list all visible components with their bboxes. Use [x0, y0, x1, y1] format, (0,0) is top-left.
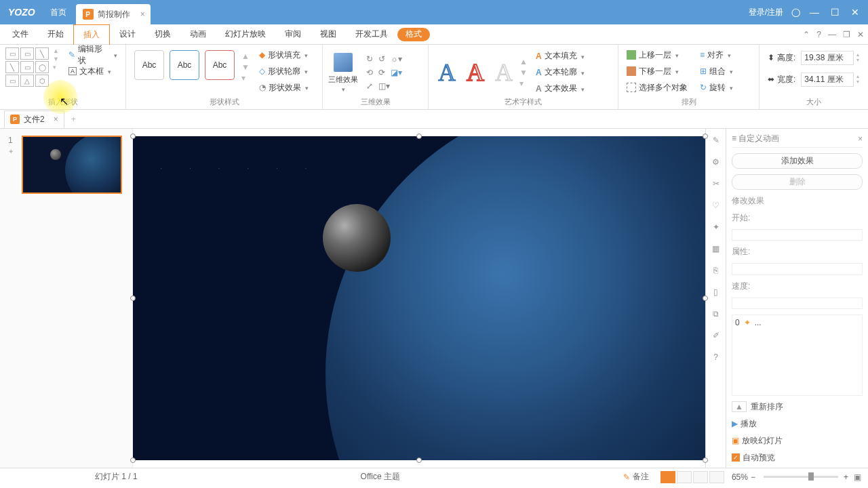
- effect-list[interactable]: 0 ✦ ...: [732, 314, 863, 396]
- menu-transition[interactable]: 切换: [145, 24, 180, 45]
- view-reading-button[interactable]: [693, 471, 708, 483]
- scroll-up-icon[interactable]: ▲: [53, 47, 59, 54]
- help-icon[interactable]: ?: [816, 30, 821, 39]
- height-field[interactable]: ⬍高度:19.38 厘米▴▾: [765, 50, 862, 65]
- new-tab-button[interactable]: +: [71, 115, 76, 124]
- zoom-out-button[interactable]: −: [751, 472, 755, 482]
- shape-effect-button[interactable]: ◔形状效果: [256, 80, 311, 95]
- close-ribbon-icon[interactable]: ✕: [857, 30, 864, 39]
- style-preset-2[interactable]: Abc: [170, 50, 199, 80]
- bring-forward-button[interactable]: 上移一层: [624, 47, 690, 62]
- wordart-preset-2[interactable]: A: [467, 58, 484, 87]
- 3d-rot2-icon[interactable]: ↺: [378, 54, 385, 64]
- width-field[interactable]: ⬌宽度:34.11 厘米▴▾: [765, 72, 862, 87]
- 3d-light-icon[interactable]: ☼▾: [391, 54, 402, 64]
- home-tab[interactable]: 首页: [41, 0, 76, 24]
- remove-effect-button[interactable]: 删除: [732, 174, 863, 190]
- style-more-icon[interactable]: ▾: [241, 73, 250, 83]
- notes-button[interactable]: 备注: [633, 471, 649, 483]
- text-fill-button[interactable]: A文本填充: [533, 49, 587, 64]
- resize-handle[interactable]: [130, 458, 136, 463]
- style-preset-1[interactable]: Abc: [134, 50, 164, 80]
- slide[interactable]: [133, 136, 705, 460]
- resize-handle[interactable]: [416, 134, 422, 139]
- tool-edit-icon[interactable]: ✎: [713, 136, 719, 145]
- menu-animation[interactable]: 动画: [180, 24, 216, 45]
- 3d-color-icon[interactable]: ◪▾: [391, 68, 402, 77]
- group-button[interactable]: ⊞组合: [697, 64, 736, 79]
- resize-handle[interactable]: [703, 296, 708, 301]
- fit-button[interactable]: ▣: [854, 472, 861, 482]
- user-icon[interactable]: ◯: [791, 7, 800, 17]
- resize-handle[interactable]: [416, 458, 422, 463]
- resize-handle[interactable]: [130, 296, 136, 301]
- resize-handle[interactable]: [703, 134, 708, 139]
- speed-select[interactable]: [732, 298, 863, 309]
- start-select[interactable]: [732, 229, 863, 241]
- menu-view[interactable]: 视图: [311, 24, 346, 45]
- document-tab[interactable]: P 简报制作 ×: [76, 4, 151, 24]
- notes-icon[interactable]: ✎: [623, 472, 630, 482]
- add-effect-button[interactable]: 添加效果: [732, 153, 863, 169]
- text-outline-button[interactable]: A文本轮廓: [533, 65, 587, 80]
- threed-icon[interactable]: [334, 53, 353, 72]
- 3d-depth1-icon[interactable]: ⟲: [366, 68, 373, 77]
- 3d-depth2-icon[interactable]: ⟳: [378, 68, 385, 77]
- wordart-preset-1[interactable]: A: [438, 58, 456, 87]
- resize-handle[interactable]: [130, 134, 136, 139]
- login-link[interactable]: 登录/注册: [749, 7, 783, 18]
- shape-gallery[interactable]: ▭▭╲ ╲▭◯ ▭△⬡: [5, 47, 49, 87]
- zoom-slider[interactable]: [764, 476, 838, 478]
- style-down-icon[interactable]: ▼: [241, 62, 250, 72]
- 3d-tilt2-icon[interactable]: ◫▾: [378, 81, 390, 91]
- menu-start[interactable]: 开始: [38, 24, 73, 45]
- reorder-up-button[interactable]: ▲: [732, 401, 747, 412]
- wordart-preset-3[interactable]: A: [495, 58, 513, 87]
- style-preset-3[interactable]: Abc: [205, 50, 235, 80]
- view-sorter-button[interactable]: [677, 471, 692, 483]
- tool-write-icon[interactable]: ✐: [713, 331, 719, 340]
- select-multi-button[interactable]: 选择多个对象: [624, 80, 690, 95]
- collapse-icon[interactable]: ⌃: [803, 30, 810, 39]
- slide-thumbnail-1[interactable]: [22, 136, 122, 194]
- menu-format[interactable]: 格式: [397, 28, 430, 41]
- close-panel-icon[interactable]: ×: [858, 134, 863, 144]
- close-button[interactable]: ✕: [849, 7, 861, 18]
- min-ribbon-icon[interactable]: —: [828, 30, 836, 39]
- prop-select[interactable]: [732, 263, 863, 274]
- tool-grid-icon[interactable]: ▦: [712, 244, 719, 253]
- text-effect-button[interactable]: A文本效果: [533, 81, 587, 96]
- tool-page-icon[interactable]: ▯: [713, 287, 718, 297]
- align-button[interactable]: ≡对齐: [697, 47, 736, 62]
- view-slideshow-button[interactable]: [709, 471, 724, 483]
- more-shapes-icon[interactable]: ▾: [53, 64, 59, 70]
- play-button[interactable]: ▶播放: [732, 418, 863, 430]
- file-tab[interactable]: P 文件2 ×: [4, 110, 64, 128]
- menu-review[interactable]: 审阅: [275, 24, 311, 45]
- tool-clip-icon[interactable]: ⎘: [713, 266, 718, 275]
- menu-file[interactable]: 文件: [3, 24, 38, 45]
- close-icon[interactable]: ×: [54, 115, 58, 124]
- menu-insert[interactable]: 插入: [73, 24, 110, 45]
- tool-cut-icon[interactable]: ✂: [713, 179, 719, 188]
- auto-preview-check[interactable]: ✓自动预览: [732, 452, 863, 464]
- shape-outline-button[interactable]: ◇形状轮廓: [256, 64, 311, 79]
- rotate-button[interactable]: ↻旋转: [697, 80, 736, 95]
- maximize-button[interactable]: ☐: [829, 7, 841, 18]
- shape-fill-button[interactable]: ◆形状填充: [256, 47, 311, 62]
- threed-button[interactable]: 三维效果: [328, 75, 358, 85]
- tool-settings-icon[interactable]: ⚙: [712, 157, 719, 167]
- scroll-down-icon[interactable]: ▼: [53, 56, 59, 62]
- edit-shape-button[interactable]: ✎编辑形状: [66, 47, 120, 62]
- send-backward-button[interactable]: 下移一层: [624, 64, 690, 79]
- tool-star-icon[interactable]: ✦: [713, 222, 719, 232]
- tool-help-icon[interactable]: ?: [713, 352, 718, 362]
- resize-handle[interactable]: [703, 458, 708, 463]
- textbox-button[interactable]: A文本框: [66, 64, 120, 79]
- tool-link-icon[interactable]: ♡: [712, 201, 719, 210]
- tool-copy-icon[interactable]: ⧉: [713, 309, 719, 319]
- restore-icon[interactable]: ❐: [843, 30, 850, 39]
- 3d-tilt1-icon[interactable]: ⤢: [366, 81, 373, 91]
- minimize-button[interactable]: —: [808, 7, 821, 18]
- slide-canvas-area[interactable]: [133, 129, 705, 468]
